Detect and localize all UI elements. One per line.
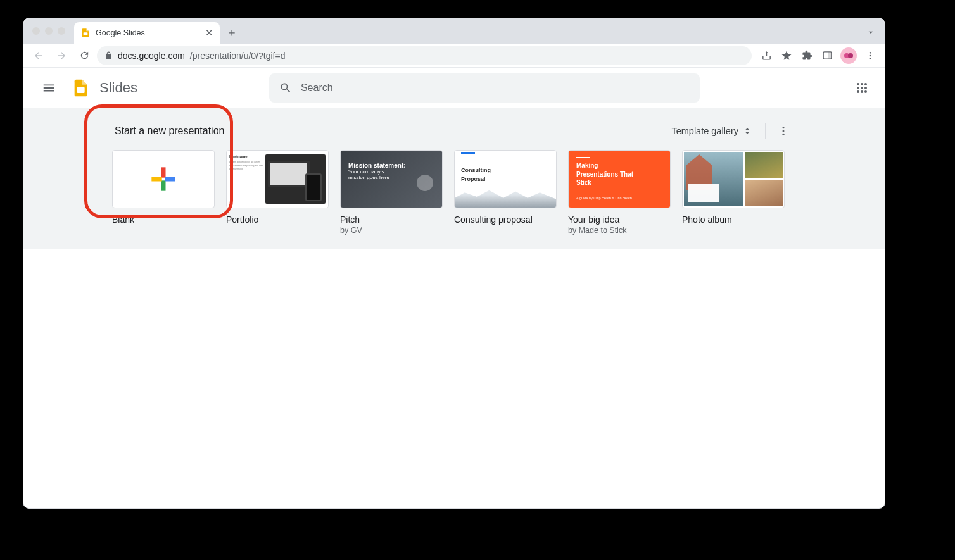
- slides-favicon: [80, 28, 91, 38]
- svg-rect-23: [151, 177, 161, 182]
- omnibox[interactable]: docs.google.com/presentation/u/0/?tgif=d: [97, 46, 752, 65]
- minimize-dot[interactable]: [45, 27, 53, 35]
- gallery-more-button[interactable]: [773, 121, 794, 141]
- gallery-heading: Start a new presentation: [115, 125, 224, 137]
- main-menu-button[interactable]: [34, 73, 64, 103]
- svg-point-19: [783, 130, 785, 132]
- thumb-consult-l2: Proposal: [455, 176, 556, 185]
- plus-multicolor-icon: [113, 151, 214, 208]
- svg-point-17: [864, 90, 867, 93]
- tab-google-slides[interactable]: Google Slides ✕: [74, 22, 220, 44]
- sidepanel-icon[interactable]: [818, 46, 837, 65]
- tab-title: Google Slides: [96, 28, 145, 37]
- thumb-portfolio-name: Firstname: [229, 154, 264, 158]
- svg-rect-21: [161, 167, 166, 177]
- template-big-idea-title: Your big idea: [568, 215, 671, 225]
- svg-point-7: [870, 58, 871, 59]
- url-host: docs.google.com: [118, 51, 185, 61]
- svg-point-4: [848, 53, 853, 58]
- forward-button[interactable]: [51, 46, 72, 66]
- close-dot[interactable]: [32, 27, 40, 35]
- gallery-header: Start a new presentation Template galler…: [112, 118, 796, 150]
- address-bar: docs.google.com/presentation/u/0/?tgif=d: [23, 44, 885, 68]
- separator: [765, 123, 766, 139]
- share-icon[interactable]: [757, 46, 776, 65]
- tabs-overflow-button[interactable]: [866, 27, 885, 44]
- svg-point-16: [861, 90, 863, 93]
- unfold-icon: [742, 126, 752, 136]
- template-gallery-toggle[interactable]: Template gallery: [666, 122, 757, 140]
- svg-point-12: [857, 87, 859, 89]
- template-photo-album-thumb: [682, 150, 785, 208]
- template-photo-album-title: Photo album: [682, 215, 785, 225]
- thumb-idea-l1: Making: [576, 162, 598, 169]
- toolbar-right: [754, 46, 880, 65]
- thumb-idea-l3: Stick: [576, 179, 591, 186]
- svg-point-6: [870, 54, 871, 56]
- thumb-idea-sub: A guide by Chip Heath & Dan Heath: [576, 196, 662, 200]
- google-apps-button[interactable]: [849, 75, 875, 101]
- template-big-idea-sub: by Made to Stick: [568, 226, 671, 235]
- template-pitch[interactable]: Mission statement: Your company's missio…: [340, 150, 443, 235]
- back-button[interactable]: [28, 46, 49, 66]
- template-pitch-sub: by GV: [340, 226, 443, 235]
- star-icon[interactable]: [777, 46, 796, 65]
- thumb-consult-l1: Consulting: [455, 156, 556, 176]
- svg-rect-0: [84, 32, 88, 35]
- search-box[interactable]: [269, 73, 700, 103]
- new-tab-button[interactable]: ＋: [226, 25, 237, 44]
- template-pitch-thumb: Mission statement: Your company's missio…: [340, 150, 443, 208]
- svg-point-5: [870, 52, 871, 54]
- template-blank[interactable]: Blank: [112, 150, 215, 235]
- url-path: /presentation/u/0/?tgif=d: [190, 51, 286, 61]
- app-title: Slides: [99, 80, 137, 96]
- tabstrip: Google Slides ✕ ＋: [23, 18, 885, 44]
- svg-point-18: [783, 127, 785, 128]
- app-header: Slides: [23, 68, 885, 108]
- template-portfolio-thumb: Firstname Lorem ipsum dolor sit amet con…: [226, 150, 329, 208]
- template-gallery-label: Template gallery: [671, 126, 738, 136]
- slides-logo-icon: [69, 77, 92, 99]
- template-big-idea-thumb: Making Presentations That Stick A guide …: [568, 150, 671, 208]
- svg-point-15: [857, 90, 859, 93]
- search-icon: [279, 82, 292, 94]
- reload-button[interactable]: [74, 46, 94, 66]
- template-photo-album[interactable]: Photo album: [682, 150, 785, 235]
- svg-point-13: [861, 87, 863, 89]
- template-pitch-title: Pitch: [340, 215, 443, 225]
- lock-icon: [104, 51, 113, 59]
- template-blank-thumb: [112, 150, 215, 208]
- template-portfolio-title: Portfolio: [226, 215, 329, 225]
- svg-point-9: [857, 83, 859, 85]
- browser-menu-icon[interactable]: [861, 46, 880, 65]
- browser-window: Google Slides ✕ ＋ docs.google.com/presen…: [23, 18, 885, 509]
- svg-rect-8: [77, 87, 85, 93]
- close-tab-icon[interactable]: ✕: [205, 27, 213, 39]
- profile-avatar[interactable]: [840, 47, 857, 64]
- template-big-idea[interactable]: Making Presentations That Stick A guide …: [568, 150, 671, 235]
- svg-point-10: [861, 83, 863, 85]
- template-consulting[interactable]: Consulting Proposal Consulting proposal: [454, 150, 557, 235]
- window-controls: [32, 27, 65, 35]
- svg-point-20: [783, 134, 785, 135]
- svg-point-14: [864, 87, 867, 89]
- thumb-pitch-l2: Your company's: [348, 169, 434, 175]
- zoom-dot[interactable]: [58, 27, 65, 35]
- template-gallery-strip: Start a new presentation Template galler…: [23, 108, 885, 249]
- svg-point-11: [864, 83, 867, 85]
- svg-rect-2: [828, 52, 831, 59]
- svg-rect-24: [165, 177, 175, 182]
- template-cards: Blank Firstname Lorem ipsum dolor sit am…: [112, 150, 796, 235]
- thumb-idea-l2: Presentations That: [576, 171, 633, 178]
- template-portfolio[interactable]: Firstname Lorem ipsum dolor sit amet con…: [226, 150, 329, 235]
- svg-rect-22: [161, 180, 166, 190]
- extensions-icon[interactable]: [797, 46, 816, 65]
- template-consulting-title: Consulting proposal: [454, 215, 557, 225]
- template-blank-title: Blank: [112, 215, 215, 225]
- thumb-pitch-l1: Mission statement:: [348, 162, 434, 169]
- search-input[interactable]: [301, 82, 690, 94]
- template-consulting-thumb: Consulting Proposal: [454, 150, 557, 208]
